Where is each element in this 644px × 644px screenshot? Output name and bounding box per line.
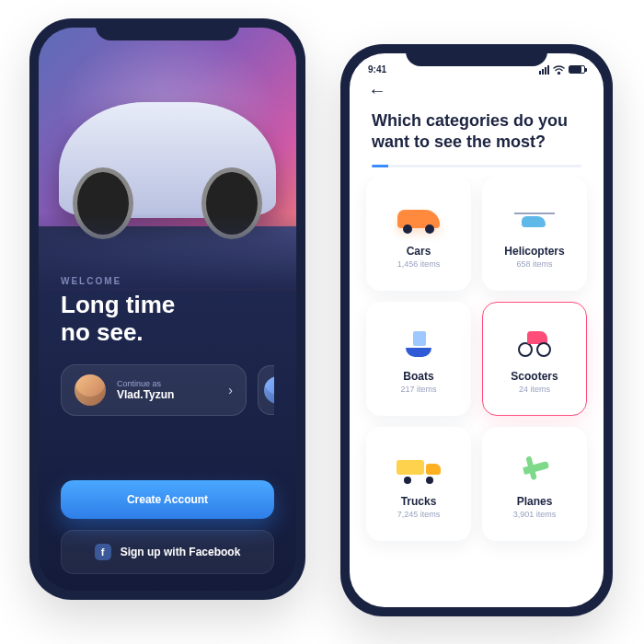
welcome-screen: WELCOME Long time no see. Continue as Vl…	[39, 28, 296, 591]
category-card-cars[interactable]: Cars1,456 items	[366, 177, 471, 291]
car-icon	[391, 199, 446, 239]
category-count: 1,456 items	[397, 259, 441, 269]
category-card-planes[interactable]: Planes3,901 items	[482, 427, 587, 541]
welcome-content: WELCOME Long time no see. Continue as Vl…	[39, 276, 296, 591]
device-notch	[96, 18, 239, 40]
back-button[interactable]: ←	[350, 76, 604, 101]
avatar	[75, 374, 106, 406]
category-card-trucks[interactable]: Trucks7,245 items	[366, 427, 471, 541]
car-graphic	[59, 102, 275, 219]
saved-users-row: Continue as Vlad.Tyzun ›	[61, 364, 274, 416]
category-count: 658 items	[516, 259, 552, 269]
progress-fill	[372, 165, 388, 167]
progress-bar	[372, 165, 581, 167]
category-name: Boats	[403, 370, 433, 383]
battery-icon	[569, 65, 585, 74]
categories-grid: Cars1,456 itemsHelicopters658 itemsBoats…	[350, 177, 604, 607]
next-user-card-peek[interactable]	[258, 365, 274, 415]
phone-frame-categories: 9:41 ← Which categories do you want to s…	[340, 44, 613, 616]
hero-image	[39, 28, 296, 293]
create-account-label: Create Account	[127, 493, 208, 506]
device-notch	[406, 44, 547, 66]
status-right	[539, 65, 585, 75]
status-time: 9:41	[368, 64, 386, 75]
plane-icon	[507, 449, 562, 489]
truck-icon	[391, 449, 446, 489]
category-name: Scooters	[511, 370, 558, 383]
road-graphic	[39, 226, 296, 289]
category-card-scooters[interactable]: Scooters24 items	[482, 302, 587, 416]
wifi-icon	[553, 65, 565, 75]
signup-facebook-label: Sign up with Facebook	[121, 546, 241, 558]
boat-icon	[391, 324, 446, 364]
category-name: Cars	[407, 245, 431, 258]
avatar	[264, 376, 274, 404]
category-count: 24 items	[519, 385, 550, 394]
category-name: Helicopters	[504, 245, 564, 258]
category-count: 217 items	[400, 385, 436, 394]
continue-as-card[interactable]: Continue as Vlad.Tyzun ›	[61, 364, 247, 416]
phone-frame-welcome: WELCOME Long time no see. Continue as Vl…	[29, 18, 305, 600]
heli-icon	[507, 199, 562, 239]
facebook-icon: f	[95, 544, 111, 560]
create-account-button[interactable]: Create Account	[61, 480, 274, 519]
category-count: 3,901 items	[513, 510, 557, 519]
signal-icon	[539, 65, 549, 75]
category-card-boats[interactable]: Boats217 items	[366, 302, 471, 416]
onboarding-question: Which categories do you want to see the …	[350, 101, 604, 159]
welcome-headline: Long time no see.	[61, 292, 274, 347]
username: Vlad.Tyzun	[117, 388, 217, 401]
category-name: Planes	[517, 495, 553, 508]
signup-facebook-button[interactable]: f Sign up with Facebook	[61, 530, 274, 574]
user-meta: Continue as Vlad.Tyzun	[117, 379, 217, 401]
category-card-helicopters[interactable]: Helicopters658 items	[482, 177, 587, 291]
scooter-icon	[507, 324, 562, 364]
continue-as-label: Continue as	[117, 379, 217, 388]
category-name: Trucks	[401, 495, 437, 508]
category-count: 7,245 items	[397, 510, 441, 519]
categories-screen: 9:41 ← Which categories do you want to s…	[350, 53, 604, 607]
chevron-right-icon: ›	[228, 383, 233, 397]
